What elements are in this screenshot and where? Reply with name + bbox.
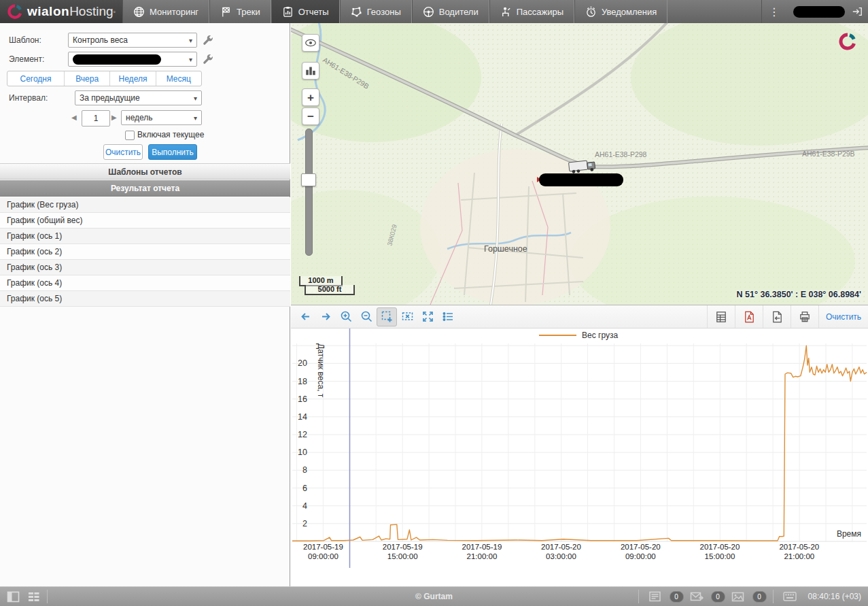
chart-zoom-in-button[interactable]: [336, 307, 356, 326]
chart-legend-toggle-button[interactable]: [438, 307, 458, 326]
quick-range-group: Сегодня Вчера Неделя Месяц: [7, 71, 202, 86]
hotkeys-button[interactable]: [780, 588, 800, 605]
scale-imperial: 5000 ft: [305, 285, 355, 295]
chart-fit-all-button[interactable]: [417, 307, 438, 326]
svg-text:20: 20: [298, 358, 307, 368]
arrow-right-icon: [319, 309, 333, 324]
nav-item-reports[interactable]: Отчеты: [271, 0, 340, 23]
svg-text:2: 2: [302, 519, 307, 528]
chart-plot-area[interactable]: 2468101214161820Датчик веса, т2017-05-19…: [291, 329, 868, 586]
nav-item-passengers[interactable]: Пассажиры: [489, 0, 574, 23]
svg-text:12: 12: [298, 430, 307, 439]
nav-item-drivers[interactable]: Водители: [412, 0, 489, 23]
nav-item-monitoring[interactable]: Мониторинг: [122, 0, 209, 23]
interval-unit-select[interactable]: недель ▾: [121, 110, 202, 125]
unit-select[interactable]: ▾: [68, 52, 197, 67]
result-item-axis1-chart[interactable]: График (ось 1): [0, 229, 290, 244]
chart-clear-button[interactable]: Очистить: [818, 305, 868, 328]
increment-arrow[interactable]: ▶: [111, 110, 117, 125]
media-count-badge: 0: [752, 591, 767, 603]
media-button[interactable]: [728, 588, 748, 605]
templates-section-header[interactable]: Шаблоны отчетов: [0, 163, 290, 180]
template-settings-wrench-icon[interactable]: [202, 34, 214, 46]
decrement-arrow[interactable]: ◀: [71, 110, 77, 125]
logout-icon[interactable]: [852, 6, 863, 17]
eye-icon: [304, 36, 317, 50]
zoom-slider-handle[interactable]: [301, 173, 316, 186]
export-excel-button[interactable]: [707, 305, 735, 328]
nav-item-tracks[interactable]: Треки: [209, 0, 271, 23]
range-week-button[interactable]: Неделя: [109, 71, 155, 86]
result-item-axis4-chart[interactable]: График (ось 4): [0, 275, 290, 291]
range-yesterday-button[interactable]: Вчера: [64, 71, 109, 86]
template-select[interactable]: Контроль веса ▾: [68, 33, 197, 48]
svg-text:15:00:00: 15:00:00: [705, 552, 735, 560]
include-current-label: Включая текущее: [137, 130, 204, 139]
spreadsheet-file-icon: [714, 310, 728, 324]
chevron-down-icon: ▾: [189, 37, 192, 44]
nav-item-notifications[interactable]: Уведомления: [574, 0, 667, 23]
range-month-button[interactable]: Месяц: [156, 71, 201, 86]
visibility-eye-button[interactable]: [302, 34, 319, 52]
result-item-axis2-chart[interactable]: График (ось 2): [0, 244, 290, 260]
user-name-redacted[interactable]: [793, 6, 845, 18]
nav-right-group: ⋮: [761, 0, 868, 23]
road-label-right: АН61-Е38-Р29В: [802, 150, 855, 158]
chevron-down-icon: ▾: [194, 114, 197, 122]
clear-button[interactable]: Очистить: [103, 144, 143, 160]
range-today-button[interactable]: Сегодня: [7, 71, 64, 86]
expand-arrows-icon: [421, 309, 435, 324]
envelope-icon: [690, 592, 704, 602]
statusbar-divider: [773, 590, 774, 603]
nav-item-geofences[interactable]: Геозоны: [340, 0, 412, 23]
execute-button[interactable]: Выполнить: [148, 144, 197, 160]
include-current-checkbox[interactable]: [125, 131, 135, 140]
export-pdf-button[interactable]: [735, 305, 763, 328]
export-file-button[interactable]: [763, 305, 791, 328]
print-button[interactable]: [791, 305, 818, 328]
chart-zoom-x-button[interactable]: [397, 307, 417, 326]
chart-marquee-zoom-button[interactable]: [377, 307, 397, 326]
wialon-logo: wialonHosting°: [0, 0, 122, 23]
server-time: 08:40:16 (+03): [808, 592, 861, 601]
unit-settings-wrench-icon[interactable]: [202, 53, 214, 65]
reports-queue-button[interactable]: [645, 588, 665, 605]
chart-zoom-out-button[interactable]: [356, 307, 377, 326]
map-layers-button[interactable]: [302, 62, 319, 80]
chart-back-button[interactable]: [295, 307, 315, 326]
svg-text:6: 6: [302, 484, 307, 493]
zoom-x-axis-icon: [400, 309, 415, 324]
svg-text:21:00:00: 21:00:00: [467, 552, 498, 560]
result-item-weight-chart[interactable]: График (Вес груза): [0, 197, 290, 213]
wialon-app: wialonHosting° Мониторинг Треки Отчеты: [0, 0, 868, 606]
svg-text:Время: Время: [837, 529, 861, 539]
svg-text:21:00:00: 21:00:00: [784, 552, 814, 560]
zoom-out-button[interactable]: −: [302, 107, 319, 125]
interval-count-input[interactable]: [82, 110, 110, 127]
town-label: Горшечное: [484, 244, 527, 254]
result-item-total-weight-chart[interactable]: График (общий вес): [0, 213, 290, 229]
svg-text:03:00:00: 03:00:00: [546, 552, 576, 560]
zoom-slider-track[interactable]: [305, 129, 313, 256]
report-sidebar: Шаблон: Контроль веса ▾ Элемент: ▾ Сегод…: [0, 23, 290, 586]
toggle-left-panel-button[interactable]: [3, 588, 23, 605]
chart-forward-button[interactable]: [315, 307, 336, 326]
svg-text:Вес груза: Вес груза: [582, 331, 618, 340]
status-bar: © Gurtam 0 0 0 08:40:16 (+03): [0, 586, 868, 606]
chevron-down-icon: ▾: [189, 56, 192, 63]
result-item-axis5-chart[interactable]: График (ось 5): [0, 291, 290, 307]
panel-toggle-icon: [7, 591, 20, 603]
legend-list-icon: [441, 309, 455, 324]
bottom-panel-grid-button[interactable]: [23, 588, 44, 605]
result-section-header[interactable]: Результат отчета: [0, 180, 290, 197]
brand-name: wialon: [27, 4, 69, 18]
keyboard-icon: [783, 592, 797, 601]
overflow-menu-button[interactable]: ⋮: [762, 5, 786, 18]
chart-export-group: Очистить: [707, 305, 868, 328]
interval-type-select[interactable]: За предыдущие ▾: [75, 90, 202, 105]
map-canvas[interactable]: АН61-Е38-Р29В АН61-Е38-Р298 АН61-Е38-Р29…: [291, 23, 868, 305]
messages-button[interactable]: [687, 588, 707, 605]
result-item-axis3-chart[interactable]: График (ось 3): [0, 260, 290, 275]
svg-text:8: 8: [302, 465, 307, 475]
zoom-in-button[interactable]: +: [302, 88, 319, 106]
